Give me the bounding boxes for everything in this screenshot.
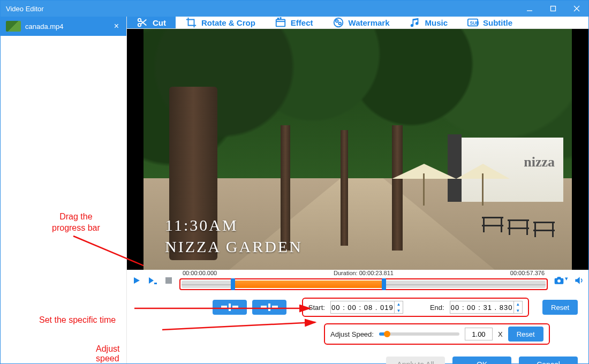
tab-watermark-label: Watermark: [349, 18, 390, 27]
watermark-icon: [333, 17, 344, 28]
snapshot-button[interactable]: ▾: [553, 275, 568, 286]
window-controls: [518, 1, 588, 17]
end-time-field[interactable]: [450, 304, 514, 312]
svg-rect-23: [229, 304, 231, 311]
apply-to-all-button[interactable]: Apply to All: [386, 357, 445, 364]
svg-rect-27: [272, 306, 278, 309]
split-left-button[interactable]: [213, 300, 247, 315]
file-name: canada.mp4: [25, 22, 108, 31]
tab-cut-label: Cut: [153, 18, 166, 27]
overlay-time-text: 11:30AM: [165, 216, 238, 234]
title-bar: Video Editor: [1, 1, 588, 17]
svg-point-14: [338, 22, 341, 25]
timeline-selection: [232, 280, 382, 288]
stop-button[interactable]: [163, 275, 174, 286]
svg-text:SUB: SUB: [470, 21, 479, 26]
file-close-icon[interactable]: ×: [112, 21, 121, 31]
timeline-row: 00:00:00.000 Duration: 00:00:23.811 00:0…: [127, 270, 588, 291]
svg-line-21: [162, 322, 315, 330]
svg-rect-17: [154, 283, 157, 284]
speed-group: Adjust Speed: X Reset: [324, 323, 550, 345]
speed-slider[interactable]: [379, 332, 459, 336]
start-spin-down[interactable]: ▼: [394, 307, 403, 314]
play-button[interactable]: [131, 275, 142, 286]
start-time-field[interactable]: [331, 304, 394, 312]
svg-rect-1: [551, 6, 556, 11]
scene-bench: [508, 219, 529, 229]
tab-music[interactable]: Music: [399, 17, 458, 28]
svg-rect-26: [268, 304, 270, 311]
scene-trunk: [392, 125, 403, 251]
svg-point-11: [280, 18, 281, 19]
timeline-end-time: 00:00:57.376: [510, 270, 545, 276]
window-title: Video Editor: [6, 5, 518, 13]
annotation-speed-arrow: [159, 317, 320, 333]
scene-bench: [482, 217, 503, 226]
tab-effect[interactable]: Effect: [265, 17, 323, 28]
end-spin-up[interactable]: ▲: [514, 301, 522, 307]
timeline-track[interactable]: [182, 280, 546, 288]
reset-time-button[interactable]: Reset: [542, 300, 578, 315]
end-label: End:: [430, 304, 444, 312]
svg-rect-25: [261, 306, 267, 309]
split-right-button[interactable]: [252, 300, 286, 315]
crop-icon: [185, 17, 197, 28]
music-icon: [409, 17, 421, 28]
ok-button[interactable]: OK: [452, 357, 511, 364]
speed-value-input[interactable]: [465, 328, 493, 340]
controls-panel: Start: ▲▼ End: ▲▼ Reset: [127, 291, 588, 354]
bottom-bar: Apply to All OK Cancel: [127, 354, 588, 364]
annotation-set-time: Set the specific time: [39, 315, 116, 325]
tab-music-label: Music: [425, 18, 448, 27]
sidebar: canada.mp4 × Drag the progress bar Set t…: [1, 17, 127, 363]
speed-suffix: X: [498, 330, 503, 338]
overlay-title-text: NIZZA GARDEN: [165, 238, 303, 256]
annotation-drag: Drag the progress bar: [52, 211, 100, 234]
scene-umbrella-pole: [423, 173, 425, 206]
cancel-button[interactable]: Cancel: [519, 357, 578, 364]
scene-trunk: [281, 125, 290, 251]
svg-point-10: [277, 18, 278, 19]
svg-point-19: [557, 279, 561, 283]
main-panel: Cut Rotate & Crop Effect Watermark Music: [127, 17, 588, 363]
minimize-button[interactable]: [518, 1, 541, 17]
annotation-adjust-speed: Adjust speed: [96, 344, 126, 363]
reset-speed-button[interactable]: Reset: [508, 327, 543, 342]
tab-rotate-crop[interactable]: Rotate & Crop: [176, 17, 265, 28]
end-time-input[interactable]: ▲▼: [450, 301, 523, 314]
adjust-speed-label: Adjust Speed:: [330, 330, 374, 338]
start-time-input[interactable]: ▲▼: [330, 301, 403, 314]
scene-bench: [533, 222, 555, 231]
play-to-end-button[interactable]: [147, 275, 158, 286]
tab-cut[interactable]: Cut: [127, 17, 176, 28]
tool-tabs: Cut Rotate & Crop Effect Watermark Music: [127, 17, 588, 29]
time-range-group: Start: ▲▼ End: ▲▼: [302, 298, 529, 317]
tab-subtitle-label: Subtitle: [483, 18, 512, 27]
video-preview[interactable]: nizza 11:30AM NIZZA GARDEN: [144, 29, 572, 270]
timeline-start-time: 00:00:00.000: [183, 270, 217, 276]
tab-subtitle[interactable]: SUB Subtitle: [457, 17, 522, 28]
start-label: Start:: [308, 304, 325, 312]
svg-rect-9: [276, 20, 285, 27]
svg-rect-22: [221, 306, 227, 309]
close-button[interactable]: [565, 1, 588, 17]
svg-point-13: [335, 20, 338, 22]
maximize-button[interactable]: [541, 1, 565, 17]
scene-trunk: [341, 130, 348, 246]
timeline-start-handle[interactable]: [231, 278, 235, 290]
svg-rect-18: [165, 277, 172, 284]
end-spin-down[interactable]: ▼: [514, 307, 522, 314]
scene-umbrella-pole: [482, 173, 484, 206]
app-window: Video Editor canada.mp4 × Drag the progr…: [0, 0, 589, 364]
timeline-end-handle[interactable]: [382, 278, 386, 290]
svg-rect-24: [232, 306, 238, 309]
tab-watermark[interactable]: Watermark: [323, 17, 399, 28]
volume-button[interactable]: [573, 275, 584, 286]
file-tab[interactable]: canada.mp4 ×: [1, 17, 126, 36]
speed-slider-knob[interactable]: [384, 331, 390, 337]
scissors-icon: [137, 17, 148, 28]
file-thumbnail: [6, 21, 21, 32]
timeline-track-area: 00:00:00.000 Duration: 00:00:23.811 00:0…: [179, 270, 548, 291]
start-spin-up[interactable]: ▲: [394, 301, 403, 307]
timeline-duration: Duration: 00:00:23.811: [334, 270, 394, 276]
